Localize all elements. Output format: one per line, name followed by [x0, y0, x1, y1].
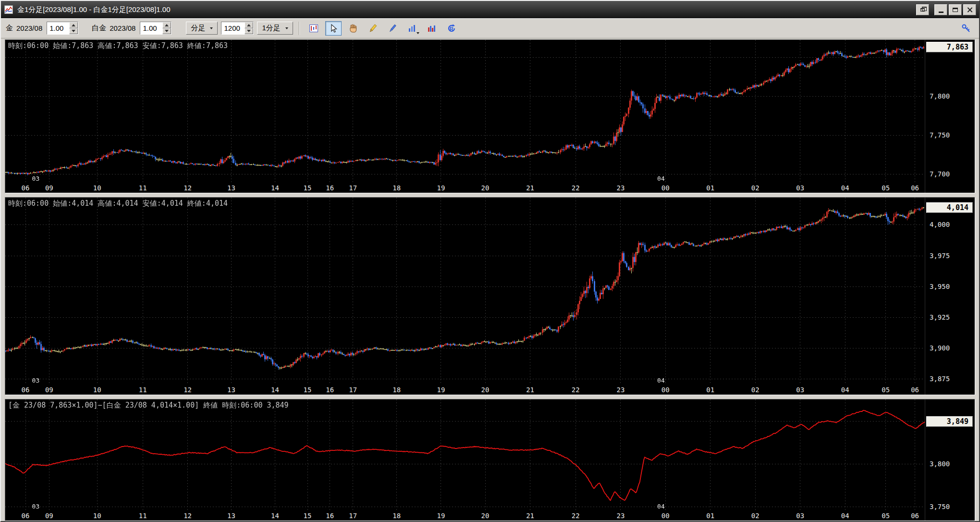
time-tick-label: 02	[751, 512, 760, 520]
time-tick-label: 23	[616, 512, 625, 520]
time-tick-label: 11	[139, 386, 147, 394]
gold-multiplier-up-button[interactable]	[69, 22, 78, 28]
time-tick-label: 17	[349, 184, 357, 192]
platinum-multiplier-spinner	[140, 22, 172, 35]
price-tick-label: 7,800	[930, 92, 950, 100]
spread-time-axis: 0609101112131415161718192021222300010203…	[5, 511, 925, 521]
lock-settings-button[interactable]	[958, 21, 974, 36]
gold-price-axis: 7,863 7,8007,7507,700	[925, 40, 975, 193]
pen-icon	[387, 23, 398, 34]
spread-chart-panel: [金 23/08 7,863×1.00]−[白金 23/08 4,014×1.0…	[5, 399, 975, 521]
time-tick-label: 17	[349, 512, 357, 520]
time-tick-label: 01	[706, 184, 714, 192]
window-close-button[interactable]	[963, 4, 976, 15]
pan-hand-button[interactable]	[345, 21, 361, 36]
price-tick-label: 3,875	[930, 375, 950, 383]
time-tick-label: 22	[572, 386, 580, 394]
time-tick-label: 17	[349, 386, 357, 394]
platinum-multiplier-up-button[interactable]	[162, 22, 171, 28]
time-tick-label: 09	[45, 184, 53, 192]
gold-plot: 時刻:06:00 始値:7,863 高値:7,863 安値:7,863 終値:7…	[5, 40, 925, 183]
time-tick-label: 23	[616, 184, 625, 192]
bar-count-input[interactable]	[221, 22, 245, 34]
arrow-up-icon	[247, 24, 251, 26]
spread-chart-canvas[interactable]	[5, 399, 925, 511]
time-tick-label: 15	[304, 386, 312, 394]
platinum-chart-canvas[interactable]	[5, 198, 925, 385]
platinum-time-axis: 0609101112131415161718192021222300010203…	[5, 385, 925, 395]
window-minimize-button[interactable]	[934, 4, 947, 15]
interval-value: 1分足	[262, 24, 280, 33]
price-tick-label: 3,750	[930, 503, 950, 510]
spread-plot: [金 23/08 7,863×1.00]−[白金 23/08 4,014×1.0…	[5, 399, 925, 511]
arrow-down-icon	[72, 30, 75, 32]
time-tick-label: 15	[304, 512, 312, 520]
time-tick-label: 20	[481, 386, 490, 394]
chart-style-button[interactable]	[306, 21, 322, 36]
period-type-dropdown[interactable]: 分足	[186, 22, 218, 35]
draw-pencil-button[interactable]	[365, 21, 381, 36]
time-tick-label: 04	[841, 512, 849, 520]
window-restore-button[interactable]	[916, 4, 929, 15]
time-tick-label: 02	[751, 184, 760, 192]
gold-contract-month: 2023/08	[16, 24, 42, 32]
pencil-icon	[368, 23, 378, 34]
minimize-icon	[939, 12, 943, 13]
time-tick-label: 21	[526, 386, 534, 394]
window-controls	[916, 4, 976, 15]
histogram-icon	[427, 24, 437, 33]
interval-dropdown[interactable]: 1分足	[257, 22, 293, 35]
close-icon	[967, 7, 973, 12]
time-tick-label: 20	[481, 512, 490, 520]
price-tick-label: 3,925	[930, 313, 950, 321]
hand-icon	[348, 23, 358, 34]
time-tick-label: 14	[271, 512, 279, 520]
platinum-multiplier-down-button[interactable]	[162, 28, 171, 35]
time-tick-label: 12	[184, 184, 192, 192]
app-window: 金1分足[2023/08]1.00 - 白金1分足[2023/08]1.00 金…	[0, 0, 980, 522]
reload-button[interactable]: R	[443, 21, 460, 36]
time-tick-label: 05	[882, 386, 890, 394]
price-tick-label: 7,700	[930, 170, 950, 178]
platinum-multiplier-input[interactable]	[140, 22, 162, 34]
select-cursor-button[interactable]	[325, 21, 342, 36]
time-tick-label: 18	[392, 512, 401, 520]
indicator-menu-button[interactable]	[404, 21, 420, 36]
time-tick-label: 05	[882, 512, 890, 520]
platinum-plot: 時刻:06:00 始値:4,014 高値:4,014 安値:4,014 終値:4…	[5, 198, 925, 385]
platinum-contract-month: 2023/08	[110, 24, 135, 32]
window-maximize-button[interactable]	[949, 4, 962, 15]
time-tick-label: 20	[481, 184, 490, 192]
bar-count-down-button[interactable]	[245, 28, 253, 35]
spread-formula-readout: [金 23/08 7,863×1.00]−[白金 23/08 4,014×1.0…	[8, 401, 289, 410]
draw-pen-button[interactable]	[384, 21, 401, 36]
time-tick-label: 10	[93, 386, 101, 394]
time-tick-label: 21	[526, 512, 534, 520]
titlebar: 金1分足[2023/08]1.00 - 白金1分足[2023/08]1.00	[1, 1, 979, 18]
time-tick-label: 01	[706, 512, 714, 520]
maximize-icon	[953, 8, 958, 12]
toolbar-separator	[299, 22, 300, 35]
gold-multiplier-down-button[interactable]	[69, 28, 78, 35]
price-tick-label: 7,750	[930, 131, 950, 139]
platinum-price-axis: 4,014 4,0003,9753,9503,9253,9003,875	[925, 198, 975, 395]
platinum-ohlc-readout: 時刻:06:00 始値:4,014 高値:4,014 安値:4,014 終値:4…	[8, 199, 228, 208]
time-tick-label: 14	[271, 184, 279, 192]
time-tick-label: 13	[227, 386, 235, 394]
time-tick-label: 15	[304, 184, 312, 192]
time-tick-label: 05	[882, 184, 890, 192]
time-tick-label: 06	[22, 184, 30, 192]
window-title: 金1分足[2023/08]1.00 - 白金1分足[2023/08]1.00	[17, 5, 171, 14]
gold-multiplier-input[interactable]	[47, 22, 69, 34]
gold-chart-canvas[interactable]	[5, 40, 925, 183]
price-tick-label: 4,000	[930, 221, 950, 228]
time-tick-label: 12	[184, 512, 192, 520]
time-tick-label: 09	[45, 512, 53, 520]
time-tick-label: 10	[93, 512, 101, 520]
bar-count-up-button[interactable]	[245, 22, 253, 28]
time-tick-label: 00	[662, 386, 670, 394]
histogram-button[interactable]	[424, 21, 440, 36]
chevron-down-icon	[416, 32, 419, 34]
cursor-arrow-icon	[328, 23, 339, 34]
time-tick-label: 14	[271, 386, 279, 394]
